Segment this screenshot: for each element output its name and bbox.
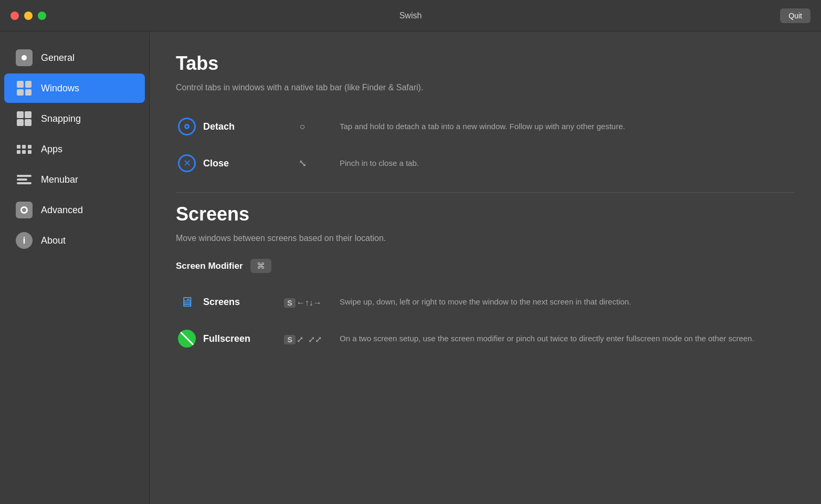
- main-layout: General Windows: [0, 32, 821, 504]
- fullscreen-label: Fullscreen: [203, 333, 277, 344]
- snapping-icon: [16, 110, 33, 127]
- fullscreen-icon: [176, 328, 198, 350]
- section-divider: [176, 192, 795, 193]
- sidebar-label-snapping: Snapping: [41, 113, 81, 124]
- screens-section-desc: Move windows between screens based on th…: [176, 234, 795, 243]
- general-icon: [16, 49, 33, 66]
- close-desc: Pinch in to close a tab.: [329, 158, 795, 170]
- modifier-label: Screen Modifier: [176, 261, 243, 271]
- tabs-section-title: Tabs: [176, 52, 795, 75]
- close-button[interactable]: [10, 12, 19, 20]
- sidebar-label-apps: Apps: [41, 144, 62, 155]
- modifier-key-badge: ⌘: [250, 259, 271, 273]
- close-label: Close: [203, 158, 277, 169]
- sidebar-item-snapping[interactable]: Snapping: [4, 104, 145, 133]
- sidebar-item-general[interactable]: General: [4, 43, 145, 72]
- apps-icon: [16, 141, 33, 158]
- screens-monitor-icon: 🖥: [176, 291, 198, 313]
- screens-label: Screens: [203, 297, 277, 308]
- action-row-screens: 🖥 Screens S←↑↓→ Swipe up, down, left or …: [176, 284, 795, 320]
- action-row-detach: Detach ○ Tap and hold to detach a tab in…: [176, 108, 795, 145]
- screen-modifier-row: Screen Modifier ⌘: [176, 259, 795, 273]
- quit-button[interactable]: Quit: [780, 8, 811, 23]
- close-tab-icon: ✕: [176, 152, 198, 174]
- detach-desc: Tap and hold to detach a tab into a new …: [329, 121, 795, 133]
- detach-icon: [176, 116, 198, 138]
- maximize-button[interactable]: [38, 12, 46, 20]
- sidebar: General Windows: [0, 32, 150, 504]
- windows-icon: [16, 80, 33, 97]
- screens-desc: Swipe up, down, left or right to move th…: [329, 296, 795, 308]
- fullscreen-desc: On a two screen setup, use the screen mo…: [329, 333, 795, 345]
- close-gesture: ⤡: [277, 158, 329, 169]
- about-icon: i: [16, 232, 33, 249]
- advanced-icon: [16, 202, 33, 218]
- sidebar-item-about[interactable]: i About: [4, 226, 145, 255]
- titlebar: Swish Quit: [0, 0, 821, 32]
- detach-label: Detach: [203, 121, 277, 132]
- sidebar-item-apps[interactable]: Apps: [4, 134, 145, 164]
- minimize-button[interactable]: [24, 12, 33, 20]
- sidebar-item-advanced[interactable]: Advanced: [4, 195, 145, 225]
- tabs-section-desc: Control tabs in windows with a native ta…: [176, 83, 795, 92]
- action-row-fullscreen: Fullscreen S⤢ ⤢⤢ On a two screen setup, …: [176, 320, 795, 357]
- app-title: Swish: [399, 11, 422, 20]
- action-row-close: ✕ Close ⤡ Pinch in to close a tab.: [176, 145, 795, 182]
- fullscreen-gesture: S⤢ ⤢⤢: [277, 333, 329, 345]
- sidebar-item-windows[interactable]: Windows: [4, 74, 145, 103]
- screens-section-title: Screens: [176, 203, 795, 225]
- sidebar-item-menubar[interactable]: Menubar: [4, 165, 145, 194]
- traffic-lights: [10, 12, 46, 20]
- sidebar-label-advanced: Advanced: [41, 205, 83, 216]
- detach-gesture: ○: [277, 121, 329, 132]
- sidebar-label-windows: Windows: [41, 83, 79, 94]
- screens-gesture: S←↑↓→: [277, 296, 329, 308]
- sidebar-label-menubar: Menubar: [41, 174, 78, 185]
- menubar-icon: [16, 171, 33, 188]
- sidebar-label-about: About: [41, 235, 66, 246]
- sidebar-label-general: General: [41, 52, 75, 64]
- content-area: Tabs Control tabs in windows with a nati…: [150, 32, 821, 504]
